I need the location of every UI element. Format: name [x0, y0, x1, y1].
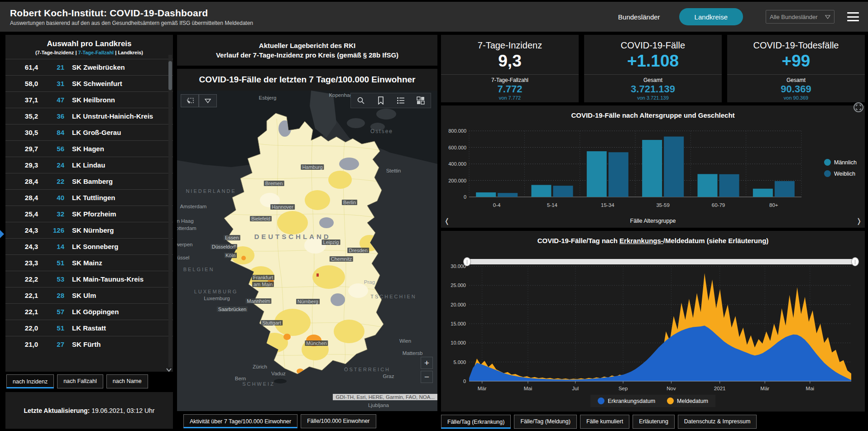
list-header: Auswahl pro Landkreis (7-Tage-Inzidenz |…	[5, 39, 173, 55]
svg-text:35-59: 35-59	[656, 202, 669, 208]
basemap-grid-icon[interactable]	[411, 93, 431, 108]
incidence-value: 22,2	[5, 275, 38, 283]
right-tab[interactable]: Datenschutz & Impressum	[678, 415, 757, 429]
app-header: Robert Koch-Institut: COVID-19-Dashboard…	[0, 2, 868, 32]
stat-title: COVID-19-Todesfälle	[753, 40, 839, 51]
map-tabs: Aktivität über 7 Tage/100.000 EinwohnerF…	[183, 414, 376, 428]
case-count: 31	[38, 80, 64, 87]
landkreis-name: SK Bamberg	[72, 177, 113, 185]
map-attribution: GDI-TH, Esri, HERE, Garmin, FAO, NOA...	[333, 394, 437, 400]
tool-dropdown-icon[interactable]	[199, 94, 217, 107]
svg-text:Sep: Sep	[619, 386, 628, 391]
last-update-text: Letzte Aktualisierung: 19.06.2021, 03:12…	[24, 407, 155, 414]
incidence-value: 22,1	[5, 308, 38, 316]
bar-weiblich-15-34	[609, 152, 628, 197]
landkreis-row[interactable]: 29,324LK Lindau	[5, 157, 173, 173]
case-count: 53	[38, 275, 64, 283]
expand-icon[interactable]	[854, 102, 863, 112]
map-title: COVID-19-Fälle der letzten 7 Tage/100.00…	[177, 69, 437, 91]
landkreis-row[interactable]: 35,236LK Unstrut-Hainich-Kreis	[5, 108, 173, 124]
landkreis-row[interactable]: 25,432SK Pforzheim	[5, 206, 173, 222]
age-chart-panel: COVID-19-Fälle nach Altersgruppe und Ges…	[441, 105, 865, 228]
svg-text:15.000: 15.000	[451, 321, 466, 326]
landkreis-name: LK Rastatt	[72, 324, 106, 332]
bundeslaender-button[interactable]: Bundesländer	[618, 13, 660, 21]
landkreis-row[interactable]: 22,253LK Main-Taunus-Kreis	[5, 271, 173, 287]
region-select[interactable]: Alle Bundesländer	[766, 10, 834, 24]
svg-text:Mai: Mai	[806, 386, 815, 391]
landkreis-row[interactable]: 22,128SK Ulm	[5, 287, 173, 303]
age-chart-title: COVID-19-Fälle nach Altersgruppe und Ges…	[441, 105, 865, 119]
scroll-down-icon[interactable]	[166, 368, 172, 372]
legend-label: Meldedatum	[677, 398, 708, 404]
svg-text:5.000: 5.000	[453, 359, 466, 365]
svg-text:400.000: 400.000	[448, 161, 466, 167]
sidebar-tab[interactable]: nach Inzidenz	[6, 374, 54, 388]
landkreis-row[interactable]: 21,027SK Fürth	[5, 336, 173, 352]
zoom-out-button[interactable]: −	[421, 371, 433, 383]
landkreis-row[interactable]: 28,422SK Bamberg	[5, 173, 173, 189]
stat-card-faelle: COVID-19-Fälle +1.108 Gesamt 3.721.139 v…	[584, 35, 722, 102]
region-select-value: Alle Bundesländer	[770, 14, 818, 20]
landkreis-row[interactable]: 24,3126SK Nürnberg	[5, 222, 173, 238]
germany-map[interactable]	[177, 69, 437, 411]
legend-item-männlich: Männlich	[824, 159, 857, 166]
landkreis-row[interactable]: 29,756SK Hagen	[5, 140, 173, 157]
menu-icon[interactable]	[847, 12, 859, 21]
landkreis-row[interactable]: 37,147SK Heilbronn	[5, 91, 173, 108]
right-tabs: Fälle/Tag (Erkrankung)Fälle/Tag (Meldung…	[441, 415, 757, 429]
svg-text:5-14: 5-14	[547, 202, 558, 208]
age-chart-xlabel: Fälle Altersgruppe	[453, 218, 853, 224]
divider	[727, 74, 865, 75]
map-tab[interactable]: Aktivität über 7 Tage/100.000 Einwohner	[183, 414, 297, 428]
sidebar-tab[interactable]: nach Fallzahl	[57, 374, 103, 388]
chevron-down-icon	[825, 15, 830, 19]
landkreis-name: SK Hagen	[72, 145, 104, 153]
landkreis-row[interactable]: 28,440LK Tuttlingen	[5, 189, 173, 206]
landkreis-name: LK Unstrut-Hainich-Kreis	[72, 112, 153, 120]
landkreis-row[interactable]: 22,051LK Rastatt	[5, 320, 173, 336]
panel-expander-arrow[interactable]	[0, 230, 4, 238]
list-scrollbar[interactable]	[168, 55, 172, 367]
landkreis-row[interactable]: 61,421SK Zweibrücken	[5, 59, 173, 75]
time-chart-panel: COVID-19-Fälle/Tag nach Erkrankungs-/Mel…	[441, 231, 865, 412]
landkreis-row[interactable]: 30,584LK Groß-Gerau	[5, 124, 173, 140]
landkreise-button[interactable]: Landkreise	[679, 8, 743, 25]
bookmark-icon[interactable]	[371, 93, 391, 108]
stat-of-value: von 3.721.139	[637, 95, 669, 101]
time-chart-title: COVID-19-Fälle/Tag nach Erkrankungs-/Mel…	[441, 231, 865, 244]
case-count: 22	[38, 177, 64, 185]
right-tab[interactable]: Fälle/Tag (Erkrankung)	[441, 415, 511, 429]
svg-text:Mai: Mai	[524, 386, 532, 391]
stat-sub-value: 3.721.139	[631, 83, 675, 95]
list-subtitle: (7-Tage-Inzidenz | 7-Tage-Fallzahl | Lan…	[5, 50, 173, 55]
next-page-icon[interactable]: ❭	[853, 217, 865, 225]
landkreis-name: SK Zweibrücken	[72, 63, 125, 71]
legend-dot	[824, 170, 831, 177]
search-icon[interactable]	[351, 93, 371, 108]
incidence-value: 24,3	[5, 243, 38, 250]
legend-item-meldedatum: Meldedatum	[667, 397, 708, 404]
select-tool-icon[interactable]	[181, 94, 199, 107]
landkreis-row[interactable]: 58,031SK Schweinfurt	[5, 75, 173, 91]
landkreis-name: LK Groß-Gerau	[72, 129, 121, 136]
legend-list-icon[interactable]	[391, 93, 411, 108]
map-tab[interactable]: Fälle/100.000 Einwohner	[301, 414, 376, 428]
list-scrollbar-thumb[interactable]	[168, 61, 172, 90]
landkreis-name: SK Fürth	[72, 340, 101, 348]
right-tab[interactable]: Erläuterung	[633, 415, 675, 429]
landkreis-row[interactable]: 22,157LK Göppingen	[5, 303, 173, 320]
right-tab[interactable]: Fälle kumuliert	[580, 415, 629, 429]
svg-text:10.000: 10.000	[451, 340, 466, 345]
landkreis-name: LK Tuttlingen	[72, 194, 115, 201]
sidebar-tab[interactable]: nach Name	[106, 374, 148, 388]
zoom-in-button[interactable]: +	[421, 357, 433, 369]
prev-page-icon[interactable]: ❬	[441, 217, 453, 225]
landkreis-rows: 61,421SK Zweibrücken58,031SK Schweinfurt…	[5, 59, 173, 352]
landkreis-row[interactable]: 23,351SK Mainz	[5, 254, 173, 271]
bar-weiblich-80+	[775, 181, 795, 197]
landkreis-row[interactable]: 24,314LK Sonneberg	[5, 238, 173, 254]
map-panel[interactable]: COVID-19-Fälle der letzten 7 Tage/100.00…	[177, 69, 437, 411]
right-tab[interactable]: Fälle/Tag (Meldung)	[514, 415, 576, 429]
landkreis-name: LK Lindau	[72, 161, 105, 169]
